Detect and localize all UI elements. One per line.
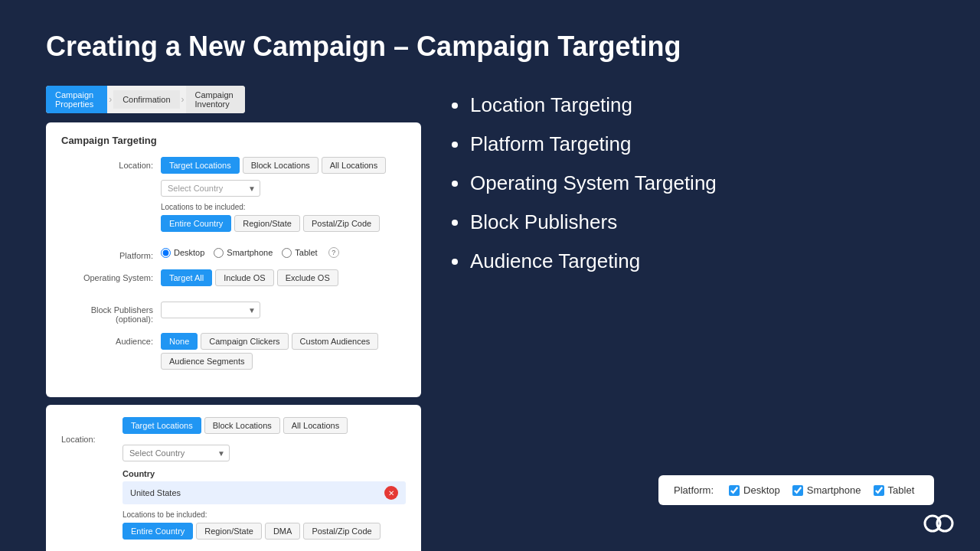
breadcrumb: Campaign Properties › Confirmation › Cam… bbox=[46, 86, 245, 113]
entire-country-button[interactable]: Entire Country bbox=[161, 215, 231, 232]
bullet-dot-5 bbox=[452, 259, 458, 265]
breadcrumb-item-campaign-properties[interactable]: Campaign Properties bbox=[46, 86, 107, 113]
audience-btn-group: None Campaign Clickers Custom Audiences … bbox=[161, 333, 406, 370]
locations-include-label-2: Locations to be included: bbox=[122, 510, 406, 519]
smartphone-radio-input[interactable] bbox=[214, 248, 224, 258]
location-controls: Target Locations Block Locations All Loc… bbox=[161, 157, 406, 238]
bullet-text-platform: Platform Targeting bbox=[470, 132, 632, 156]
bullet-text-location: Location Targeting bbox=[470, 93, 632, 117]
desktop-radio-input[interactable] bbox=[161, 248, 171, 258]
desktop-radio[interactable]: Desktop bbox=[161, 248, 204, 258]
tablet-radio-input[interactable] bbox=[282, 248, 292, 258]
block-publishers-input-wrapper: ▼ bbox=[161, 302, 260, 318]
target-locations-button[interactable]: Target Locations bbox=[161, 157, 240, 174]
location-label-2: Location: bbox=[61, 435, 122, 444]
country-section-label: Country bbox=[122, 469, 406, 478]
campaign-targeting-form: Campaign Targeting Location: Target Loca… bbox=[46, 122, 421, 397]
region-state-button-2[interactable]: Region/State bbox=[196, 523, 262, 540]
location-row-2: Location: Target Locations Block Locatio… bbox=[61, 417, 406, 461]
platform-checkbox-group: Desktop Smartphone Tablet ? bbox=[161, 247, 406, 258]
platform-controls: Desktop Smartphone Tablet ? bbox=[161, 247, 406, 258]
platform-desktop-label: Desktop bbox=[743, 484, 780, 496]
audience-controls: None Campaign Clickers Custom Audiences … bbox=[161, 333, 406, 376]
location-sub-btn-group: Entire Country Region/State Postal/Zip C… bbox=[161, 215, 406, 232]
target-all-button[interactable]: Target All bbox=[161, 269, 212, 286]
audience-row: Audience: None Campaign Clickers Custom … bbox=[61, 333, 406, 376]
slide-container: Creating a New Campaign – Campaign Targe… bbox=[0, 0, 980, 551]
platform-desktop-checkbox[interactable] bbox=[729, 485, 740, 496]
country-select-wrapper-2: ▼ bbox=[122, 445, 230, 461]
left-panel: Campaign Properties › Confirmation › Cam… bbox=[46, 86, 421, 551]
platform-desktop-option[interactable]: Desktop bbox=[729, 484, 780, 496]
platform-row: Platform: Desktop Smartphone bbox=[61, 247, 406, 260]
platform-smartphone-option[interactable]: Smartphone bbox=[792, 484, 861, 496]
location-sub-btn-group-2: Entire Country Region/State DMA Postal/Z… bbox=[122, 523, 406, 540]
slide-title: Creating a New Campaign – Campaign Targe… bbox=[46, 31, 934, 63]
platform-smartphone-label: Smartphone bbox=[807, 484, 861, 496]
bullet-text-audience: Audience Targeting bbox=[470, 249, 640, 273]
platform-box: Platform: Desktop Smartphone Tablet bbox=[658, 475, 934, 505]
bullet-item-location: Location Targeting bbox=[452, 93, 934, 117]
bullet-item-block-publishers: Block Publishers bbox=[452, 210, 934, 234]
postal-zip-button[interactable]: Postal/Zip Code bbox=[303, 215, 380, 232]
location-label: Location: bbox=[61, 157, 161, 170]
block-locations-button[interactable]: Block Locations bbox=[243, 157, 318, 174]
targeting-form-2: Location: Target Locations Block Locatio… bbox=[46, 405, 421, 551]
breadcrumb-sep-2: › bbox=[180, 94, 186, 105]
block-publishers-row: Block Publishers (optional): ▼ bbox=[61, 302, 406, 324]
bullet-item-os: Operating System Targeting bbox=[452, 171, 934, 195]
dma-button[interactable]: DMA bbox=[265, 523, 300, 540]
breadcrumb-item-campaign-inventory[interactable]: Campaign Inventory bbox=[186, 86, 245, 113]
right-panel: Location Targeting Platform Targeting Op… bbox=[452, 86, 934, 289]
platform-tablet-label: Tablet bbox=[888, 484, 915, 496]
logo-icon bbox=[923, 514, 957, 533]
logo bbox=[923, 514, 957, 536]
include-os-button[interactable]: Include OS bbox=[215, 269, 273, 286]
os-label: Operating System: bbox=[61, 269, 161, 282]
bullet-dot-3 bbox=[452, 181, 458, 187]
block-publishers-input[interactable] bbox=[161, 302, 260, 318]
os-btn-group: Target All Include OS Exclude OS bbox=[161, 269, 406, 286]
os-row: Operating System: Target All Include OS … bbox=[61, 269, 406, 292]
location-btn-group: Target Locations Block Locations All Loc… bbox=[161, 157, 406, 174]
bullet-text-block-publishers: Block Publishers bbox=[470, 210, 617, 234]
bullet-item-platform: Platform Targeting bbox=[452, 132, 934, 156]
platform-options: Desktop Smartphone Tablet bbox=[729, 484, 914, 496]
platform-smartphone-checkbox[interactable] bbox=[792, 485, 803, 496]
custom-audiences-button[interactable]: Custom Audiences bbox=[292, 333, 379, 350]
block-locations-button-2[interactable]: Block Locations bbox=[204, 417, 280, 434]
country-input-2[interactable] bbox=[122, 445, 230, 461]
country-select[interactable]: Select Country bbox=[161, 180, 260, 197]
remove-country-button[interactable]: ✕ bbox=[384, 486, 398, 500]
audience-segments-button[interactable]: Audience Segments bbox=[161, 353, 253, 370]
country-section: Country United States ✕ Locations to be … bbox=[122, 469, 406, 540]
breadcrumb-item-confirmation[interactable]: Confirmation bbox=[113, 90, 179, 109]
block-publishers-label: Block Publishers (optional): bbox=[61, 302, 161, 324]
country-select-wrapper: Select Country ▼ bbox=[161, 180, 260, 197]
smartphone-radio[interactable]: Smartphone bbox=[214, 248, 273, 258]
bullet-dot-4 bbox=[452, 220, 458, 226]
region-state-button[interactable]: Region/State bbox=[234, 215, 300, 232]
platform-box-label: Platform: bbox=[674, 484, 714, 496]
question-mark-icon[interactable]: ? bbox=[328, 247, 339, 258]
none-button[interactable]: None bbox=[161, 333, 198, 350]
os-controls: Target All Include OS Exclude OS bbox=[161, 269, 406, 292]
platform-label: Platform: bbox=[61, 247, 161, 260]
all-locations-button-2[interactable]: All Locations bbox=[283, 417, 348, 434]
postal-zip-button-2[interactable]: Postal/Zip Code bbox=[303, 523, 380, 540]
country-row: United States ✕ bbox=[122, 481, 406, 504]
bullet-dot-1 bbox=[452, 103, 458, 109]
exclude-os-button[interactable]: Exclude OS bbox=[277, 269, 338, 286]
all-locations-button[interactable]: All Locations bbox=[322, 157, 386, 174]
campaign-clickers-button[interactable]: Campaign Clickers bbox=[201, 333, 288, 350]
target-locations-button-2[interactable]: Target Locations bbox=[122, 417, 201, 434]
breadcrumb-sep-1: › bbox=[107, 94, 113, 105]
platform-tablet-option[interactable]: Tablet bbox=[874, 484, 915, 496]
tablet-radio[interactable]: Tablet bbox=[282, 248, 317, 258]
country-name: United States bbox=[130, 488, 384, 497]
locations-include-label: Locations to be included: bbox=[161, 203, 406, 211]
block-publishers-controls: ▼ bbox=[161, 302, 406, 318]
entire-country-button-2[interactable]: Entire Country bbox=[122, 523, 193, 540]
bullet-item-audience: Audience Targeting bbox=[452, 249, 934, 273]
platform-tablet-checkbox[interactable] bbox=[874, 485, 884, 496]
